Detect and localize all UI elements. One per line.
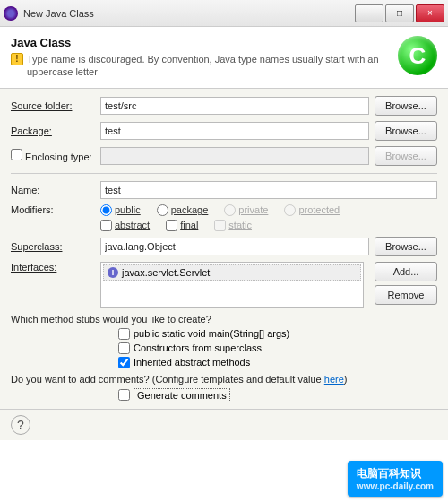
enclosing-type-input [100,147,369,165]
superclass-label: Superclass: [11,241,100,252]
superclass-input[interactable] [100,238,369,255]
interfaces-add-button[interactable]: Add... [375,262,437,281]
watermark-brand: 电脑百科知识 [357,467,421,480]
interfaces-label: Interfaces: [11,262,100,273]
interface-item[interactable]: I javax.servlet.Servlet [103,264,361,281]
stubs-question: Which method stubs would you like to cre… [11,314,437,325]
form-content: Source folder: Browse... Package: Browse… [0,89,448,409]
modifier-final[interactable]: final [166,220,198,231]
app-icon [4,6,18,21]
modifier-static: static [214,220,252,231]
comments-question: Do you want to add comments? (Configure … [11,374,437,385]
titlebar: New Java Class − □ × [0,0,448,27]
enclosing-type-checkbox[interactable] [11,149,22,160]
separator [11,173,437,174]
modifier-public[interactable]: public [100,204,141,216]
interface-icon: I [108,267,118,278]
name-input[interactable] [100,181,437,199]
minimize-button[interactable]: − [355,4,383,22]
class-icon: C [398,36,437,75]
interface-name: javax.servlet.Servlet [122,267,210,278]
superclass-browse-button[interactable]: Browse... [375,237,437,256]
watermark-url: www.pc-daily.com [357,481,434,491]
watermark: 电脑百科知识 www.pc-daily.com [348,461,443,497]
stub-constructors[interactable]: Constructors from superclass [118,342,437,354]
package-input[interactable] [100,122,369,140]
header-warning: ! Type name is discouraged. By conventio… [11,53,398,79]
interfaces-remove-button[interactable]: Remove [375,285,437,305]
package-browse-button[interactable]: Browse... [375,121,437,141]
help-bar: ? [0,409,448,440]
generate-comments[interactable]: Generate comments [118,388,437,402]
enclosing-type-browse-button: Browse... [375,146,437,166]
modifier-protected: protected [284,204,340,216]
source-folder-label: Source folder: [11,100,100,111]
warning-text: Type name is discouraged. By convention,… [27,53,398,79]
header-title: Java Class [11,36,398,49]
modifier-abstract[interactable]: abstract [100,220,150,231]
maximize-button[interactable]: □ [385,4,414,22]
configure-link[interactable]: here [324,374,344,385]
source-folder-browse-button[interactable]: Browse... [375,96,437,116]
enclosing-type-label: Enclosing type: [11,149,100,162]
stub-inherited[interactable]: Inherited abstract methods [118,357,437,368]
close-button[interactable]: × [416,4,444,22]
interfaces-list[interactable]: I javax.servlet.Servlet [100,262,364,308]
stub-main[interactable]: public static void main(String[] args) [118,328,437,340]
package-label: Package: [11,126,100,136]
modifier-package[interactable]: package [157,204,209,216]
modifier-private: private [224,204,268,216]
help-button[interactable]: ? [11,415,30,435]
warning-icon: ! [11,53,23,65]
window-title: New Java Class [23,8,355,19]
dialog-header: Java Class ! Type name is discouraged. B… [0,27,448,89]
name-label: Name: [11,185,100,195]
source-folder-input[interactable] [100,97,369,115]
window-buttons: − □ × [355,4,444,22]
modifiers-label: Modifiers: [11,204,100,215]
